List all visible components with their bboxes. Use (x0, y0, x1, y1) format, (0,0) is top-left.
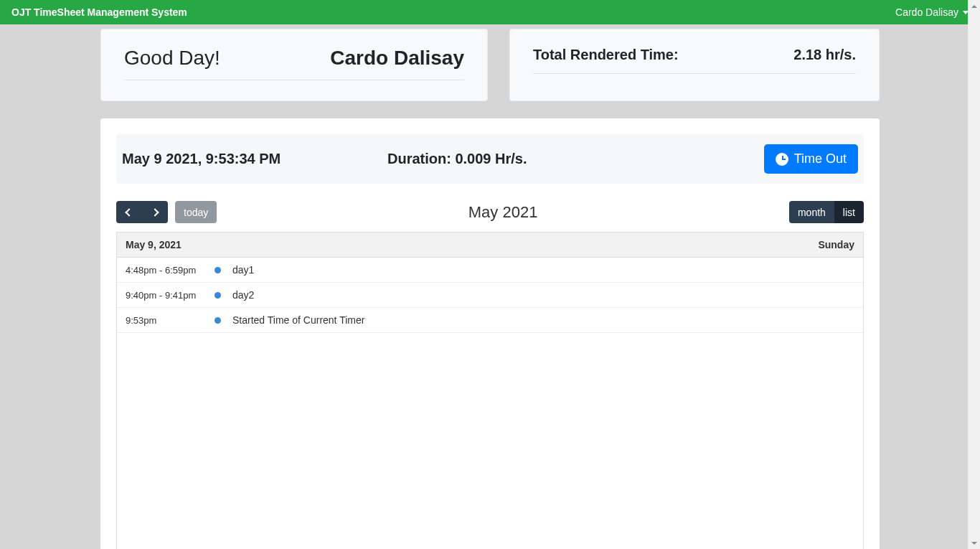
navbar-brand[interactable]: OJT TimeSheet Management System (11, 6, 187, 18)
navbar-user-dropdown[interactable]: Cardo Dalisay (895, 6, 969, 18)
status-duration: Duration: 0.009 Hr/s. (387, 151, 764, 167)
calendar-day-header: May 9, 2021 Sunday (117, 233, 863, 258)
greeting-name: Cardo Dalisay (330, 47, 464, 70)
event-dot-icon (215, 292, 221, 299)
calendar-day-header-day: Sunday (818, 239, 854, 250)
greeting-card: Good Day! Cardo Dalisay (100, 29, 488, 101)
chevron-left-icon (125, 208, 133, 216)
calendar-view-group: month list (789, 201, 864, 223)
calendar-list: May 9, 2021 Sunday 4:48pm - 6:59pm day1 … (116, 232, 864, 549)
main-container: Good Day! Cardo Dalisay Total Rendered T… (92, 29, 888, 549)
total-time-card: Total Rendered Time: 2.18 hr/s. (509, 29, 880, 101)
calendar-event-row[interactable]: 4:48pm - 6:59pm day1 (117, 258, 863, 283)
status-bar: May 9 2021, 9:53:34 PM Duration: 0.009 H… (116, 134, 864, 184)
total-time-label: Total Rendered Time: (533, 47, 679, 63)
calendar-next-button[interactable] (142, 201, 168, 223)
calendar-title: May 2021 (468, 203, 538, 222)
calendar-prev-button[interactable] (116, 201, 142, 223)
navbar-user-name: Cardo Dalisay (895, 6, 958, 18)
event-dot-icon (215, 317, 221, 324)
event-time: 4:48pm - 6:59pm (126, 265, 215, 276)
clock-icon (776, 153, 788, 166)
event-time: 9:40pm - 9:41pm (126, 290, 215, 301)
event-title: day2 (232, 289, 254, 301)
chevron-right-icon (151, 208, 159, 216)
calendar-prev-next-group (116, 201, 168, 223)
event-time: 9:53pm (126, 315, 215, 326)
calendar-nav-left: today (116, 201, 217, 223)
status-datetime: May 9 2021, 9:53:34 PM (122, 151, 387, 167)
arrow-up-icon (971, 5, 977, 8)
event-title: Started Time of Current Timer (232, 314, 364, 326)
cards-row: Good Day! Cardo Dalisay Total Rendered T… (100, 29, 880, 101)
calendar-toolbar: today May 2021 month list (116, 201, 864, 223)
main-panel: May 9 2021, 9:53:34 PM Duration: 0.009 H… (100, 118, 880, 549)
scrollbar[interactable] (968, 0, 980, 549)
greeting-text: Good Day! (124, 47, 220, 70)
total-time-value: 2.18 hr/s. (793, 47, 856, 63)
event-dot-icon (215, 267, 221, 273)
navbar: OJT TimeSheet Management System Cardo Da… (0, 0, 980, 24)
scroll-up-button[interactable] (968, 0, 980, 12)
calendar-today-button[interactable]: today (175, 201, 217, 223)
calendar-list-view-button[interactable]: list (834, 201, 864, 223)
arrow-down-icon (971, 542, 977, 545)
event-title: day1 (232, 264, 254, 276)
time-out-button[interactable]: Time Out (764, 144, 858, 174)
calendar-month-view-button[interactable]: month (789, 201, 834, 223)
scroll-down-button[interactable] (968, 537, 980, 549)
calendar-event-row[interactable]: 9:53pm Started Time of Current Timer (117, 308, 863, 333)
calendar-day-header-date: May 9, 2021 (126, 239, 182, 250)
time-out-label: Time Out (794, 151, 847, 166)
calendar-event-row[interactable]: 9:40pm - 9:41pm day2 (117, 283, 863, 308)
